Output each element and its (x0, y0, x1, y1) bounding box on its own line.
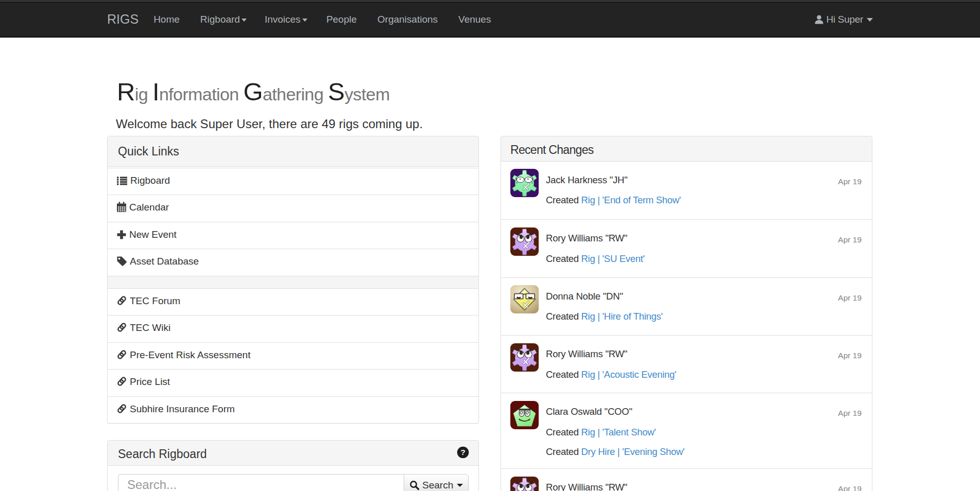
svg-text:?: ? (460, 448, 465, 457)
